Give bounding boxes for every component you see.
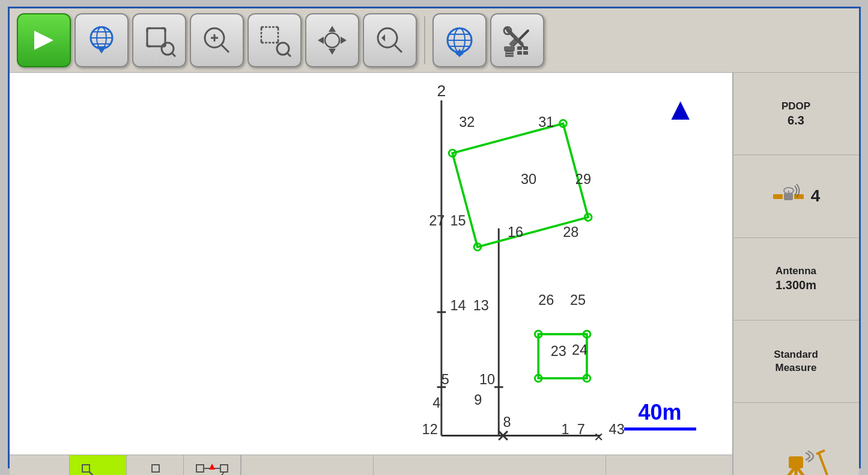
settings-button[interactable] xyxy=(490,13,544,67)
map-canvas[interactable]: ▲ xyxy=(10,73,732,455)
satellite-count: 4 xyxy=(811,186,821,206)
map-svg: 2 32 31 30 29 27 15 16 28 14 13 26 25 23… xyxy=(10,73,732,455)
svg-text:28: 28 xyxy=(563,224,578,240)
bt-icon-area xyxy=(10,455,70,475)
svg-text:9: 9 xyxy=(474,392,482,408)
pdop-value: 6.3 xyxy=(788,114,804,127)
forward-button[interactable] xyxy=(17,13,71,67)
svg-text:1: 1 xyxy=(561,421,569,437)
svg-rect-115 xyxy=(152,465,159,472)
svg-text:24: 24 xyxy=(571,342,587,358)
svg-text:31: 31 xyxy=(538,114,554,130)
svg-marker-6 xyxy=(97,46,106,54)
scale-line xyxy=(624,428,696,431)
svg-text:26: 26 xyxy=(538,292,554,308)
svg-line-32 xyxy=(287,53,291,57)
svg-text:10: 10 xyxy=(479,372,494,387)
dgps-section: DGPS xyxy=(606,455,732,475)
bt-tools-row xyxy=(70,455,241,475)
standard-label: Standard xyxy=(774,349,818,361)
bt-tools xyxy=(70,455,241,475)
svg-rect-58 xyxy=(523,46,528,50)
svg-text:15: 15 xyxy=(450,213,466,228)
scale-text: 40m xyxy=(624,400,696,425)
svg-line-113 xyxy=(90,472,106,475)
satellite-icon xyxy=(772,180,805,213)
globe2-button[interactable] xyxy=(432,13,487,67)
node-tool-button[interactable] xyxy=(184,455,241,475)
svg-rect-117 xyxy=(196,465,204,472)
svg-marker-35 xyxy=(329,49,336,55)
line-tool-button[interactable] xyxy=(70,455,127,475)
svg-text:5: 5 xyxy=(441,372,449,387)
svg-text:7: 7 xyxy=(577,421,584,437)
svg-text:29: 29 xyxy=(575,171,590,187)
toolbar xyxy=(10,8,859,73)
curve-tool-button[interactable] xyxy=(127,455,184,475)
back-zoom-button[interactable] xyxy=(363,13,417,67)
svg-text:16: 16 xyxy=(507,224,523,240)
svg-text:30: 30 xyxy=(520,171,536,187)
svg-marker-122 xyxy=(209,464,215,470)
pdop-item: PDOP 6.3 xyxy=(733,73,859,155)
nav-triangle: ▲ xyxy=(665,91,696,127)
map-area: ▲ xyxy=(10,73,733,475)
svg-text:2: 2 xyxy=(437,82,446,100)
antenna-value: 1.300m xyxy=(775,278,816,292)
eg-top: EG:1 xyxy=(374,455,605,475)
antenna-item: Antenna 1.300m xyxy=(733,238,859,320)
svg-marker-39 xyxy=(381,34,385,41)
svg-rect-137 xyxy=(773,194,783,199)
svg-rect-60 xyxy=(523,51,528,55)
svg-text:13: 13 xyxy=(473,298,488,313)
svg-text:43: 43 xyxy=(609,421,624,437)
svg-line-21 xyxy=(222,45,229,52)
zoom-in-button[interactable] xyxy=(190,13,244,67)
scale-bar: 40m xyxy=(624,400,696,431)
svg-line-40 xyxy=(395,45,402,52)
svg-point-33 xyxy=(325,33,339,48)
pan-button[interactable] xyxy=(305,13,359,67)
pdop-label: PDOP xyxy=(782,100,810,112)
measure-label: Measure xyxy=(775,362,817,374)
svg-text:27: 27 xyxy=(429,213,445,228)
next-id-area: Next ID 44 xyxy=(241,455,374,475)
svg-rect-7 xyxy=(147,28,165,46)
svg-text:14: 14 xyxy=(450,298,466,313)
bottom-toolbar: Next ID 44 EG:1 EG xyxy=(10,455,732,475)
svg-rect-22 xyxy=(261,27,278,43)
svg-rect-59 xyxy=(517,51,522,55)
svg-text:23: 23 xyxy=(550,343,566,359)
right-dgps-item: DGPS xyxy=(733,403,859,475)
next-id-label: Next ID xyxy=(241,455,373,475)
svg-line-146 xyxy=(819,453,827,475)
svg-point-38 xyxy=(378,28,397,48)
standard-measure-item: Standard Measure xyxy=(733,320,859,403)
svg-text:4: 4 xyxy=(432,395,440,411)
svg-line-17 xyxy=(172,53,175,57)
svg-rect-57 xyxy=(517,46,522,50)
svg-marker-37 xyxy=(341,37,347,44)
main-area: ▲ xyxy=(10,73,859,475)
svg-text:8: 8 xyxy=(503,414,511,430)
svg-line-147 xyxy=(816,450,825,454)
toolbar-separator xyxy=(424,16,425,64)
svg-text:25: 25 xyxy=(570,292,586,308)
download-button[interactable] xyxy=(74,13,129,67)
satellite-item: 4 xyxy=(733,155,859,238)
svg-marker-36 xyxy=(318,37,324,44)
right-dgps-icon xyxy=(760,442,832,475)
svg-text:32: 32 xyxy=(459,114,475,130)
svg-marker-34 xyxy=(329,26,336,32)
dgps-icon xyxy=(630,468,708,475)
right-panel: PDOP 6.3 4 xyxy=(733,73,859,475)
zoom-fit-button[interactable] xyxy=(132,13,186,67)
zoom-area-button[interactable] xyxy=(247,13,302,67)
svg-marker-0 xyxy=(34,31,53,50)
main-frame: ▲ xyxy=(8,7,861,468)
svg-rect-111 xyxy=(82,465,90,472)
svg-rect-145 xyxy=(789,456,803,468)
svg-text:12: 12 xyxy=(422,421,437,437)
svg-rect-118 xyxy=(220,465,228,472)
antenna-label: Antenna xyxy=(775,265,816,277)
